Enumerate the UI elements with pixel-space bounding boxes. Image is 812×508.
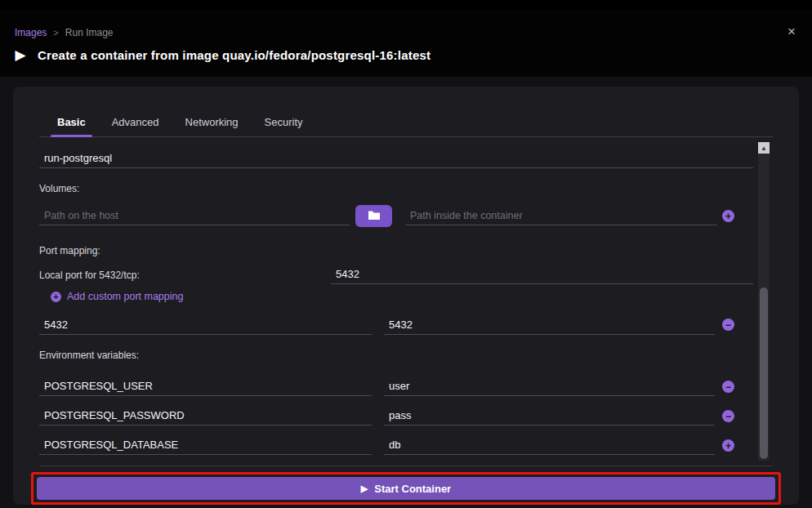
volume-host-path-input[interactable] (39, 206, 350, 225)
custom-port-container-input[interactable] (384, 315, 715, 335)
volume-container-path-input[interactable] (405, 206, 717, 225)
tab-advanced[interactable]: Advanced (99, 116, 172, 136)
env-value-input[interactable] (384, 377, 715, 396)
port-mapping-label: Port mapping: (39, 245, 100, 256)
remove-env-var-icon[interactable]: − (722, 410, 734, 422)
title-row: ▶ Create a container from image quay.io/… (11, 46, 431, 64)
breadcrumb: Images > Run Image (15, 27, 114, 38)
container-name-input[interactable] (39, 149, 753, 168)
env-name-input[interactable] (39, 406, 372, 426)
start-container-label: Start Container (374, 483, 451, 495)
custom-port-host-input[interactable] (39, 315, 372, 335)
breadcrumb-separator: > (53, 28, 58, 38)
breadcrumb-images-link[interactable]: Images (15, 27, 47, 38)
scrollbar-thumb[interactable] (760, 287, 768, 459)
page-title: Create a container from image quay.io/fe… (38, 48, 431, 62)
volumes-label: Volumes: (39, 183, 79, 194)
env-value-input[interactable] (384, 435, 715, 455)
tab-bar: Basic Advanced Networking Security (39, 109, 773, 137)
env-name-input[interactable] (39, 377, 372, 396)
browse-folder-button[interactable] (355, 205, 392, 227)
start-container-button[interactable]: ▶ Start Container (37, 477, 775, 500)
folder-icon (368, 210, 381, 223)
tab-basic[interactable]: Basic (44, 116, 99, 136)
remove-port-mapping-icon[interactable]: − (722, 319, 734, 331)
env-name-input[interactable] (39, 435, 372, 455)
breadcrumb-current: Run Image (65, 27, 114, 38)
start-play-icon: ▶ (361, 483, 368, 494)
run-image-panel: Basic Advanced Networking Security Volum… (13, 87, 799, 505)
add-env-var-icon[interactable]: + (722, 439, 734, 452)
environment-variables-label: Environment variables: (39, 350, 139, 361)
window-top-strip (0, 0, 812, 10)
add-port-plus-icon: + (51, 292, 61, 302)
local-port-label: Local port for 5432/tcp: (39, 270, 140, 281)
tab-networking[interactable]: Networking (172, 116, 252, 136)
close-icon[interactable]: × (787, 25, 796, 38)
app-window: Images > Run Image × ▶ Create a containe… (0, 0, 812, 508)
play-icon: ▶ (11, 46, 29, 64)
tab-security[interactable]: Security (252, 116, 316, 136)
page-header: Images > Run Image × ▶ Create a containe… (0, 10, 812, 77)
scroll-up-arrow-icon[interactable]: ▲ (758, 142, 770, 154)
footer-divider (39, 466, 773, 466)
env-value-input[interactable] (384, 406, 715, 426)
add-custom-port-mapping-link[interactable]: + Add custom port mapping (51, 291, 183, 302)
remove-env-var-icon[interactable]: − (722, 381, 734, 393)
add-volume-icon[interactable]: + (722, 210, 734, 222)
add-custom-port-mapping-label: Add custom port mapping (67, 291, 183, 302)
local-port-input[interactable] (331, 265, 753, 284)
scrollbar[interactable]: ▲ (758, 142, 770, 461)
